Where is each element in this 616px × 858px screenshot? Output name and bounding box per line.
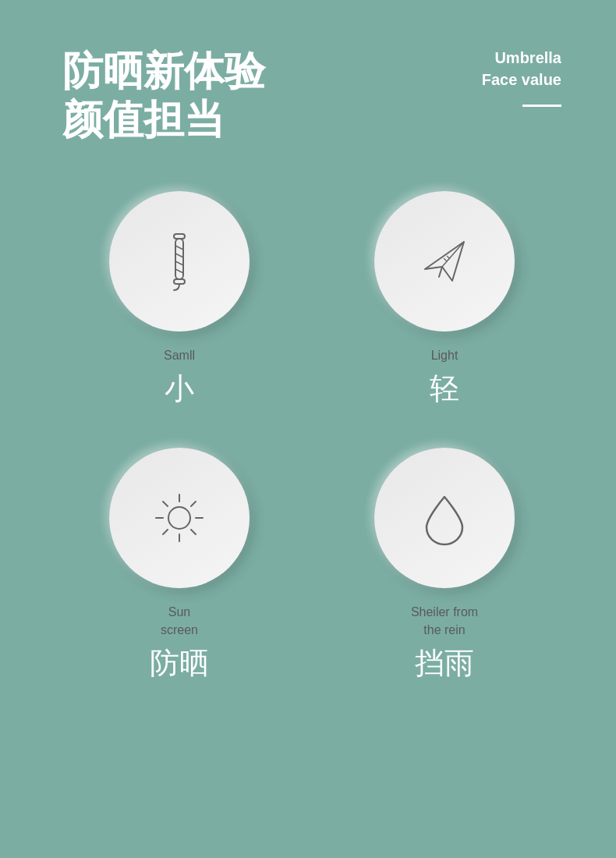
svg-line-8 (447, 256, 450, 259)
features-grid: Samll 小 Light 轻 (62, 191, 561, 683)
feature-item-rain: Sheiler fromthe rein 挡雨 (327, 448, 561, 683)
svg-line-5 (175, 269, 183, 273)
title-line1: 防晒新体验 (62, 47, 265, 95)
svg-point-10 (168, 507, 190, 529)
icon-circle-sunscreen (109, 448, 250, 588)
feature-item-light: Light 轻 (327, 191, 561, 409)
subtitle-text: Umbrella Face value (482, 47, 561, 90)
feature-label-cn-sunscreen: 防晒 (150, 644, 209, 683)
feature-label-en-light: Light (431, 347, 458, 364)
divider-line (522, 105, 561, 107)
barber-pole-icon (144, 226, 214, 296)
feature-label-cn-light: 轻 (430, 369, 459, 409)
svg-line-2 (175, 246, 183, 250)
water-drop-icon (409, 483, 480, 553)
title-line2: 颜值担当 (62, 95, 265, 144)
icon-circle-rain (374, 448, 515, 588)
feature-item-small: Samll 小 (62, 191, 296, 409)
feature-label-cn-small: 小 (165, 369, 194, 409)
svg-line-15 (163, 502, 168, 506)
main-title: 防晒新体验 颜值担当 (62, 47, 265, 144)
subtitle-area: Umbrella Face value (482, 47, 561, 107)
icon-circle-small (109, 191, 250, 332)
svg-line-4 (175, 261, 183, 265)
paper-plane-icon (409, 226, 480, 296)
feature-label-en-rain: Sheiler fromthe rein (411, 604, 478, 639)
feature-item-sunscreen: Sunscreen 防晒 (62, 448, 296, 683)
sun-icon (144, 483, 214, 553)
svg-line-3 (175, 254, 183, 257)
svg-rect-1 (175, 239, 183, 279)
header-area: 防晒新体验 颜值担当 Umbrella Face value (62, 47, 561, 144)
svg-line-18 (163, 530, 168, 534)
page-container: 防晒新体验 颜值担当 Umbrella Face value (0, 0, 616, 858)
icon-circle-light (374, 191, 515, 332)
svg-line-17 (191, 502, 196, 506)
feature-label-en-small: Samll (164, 347, 195, 364)
feature-label-en-sunscreen: Sunscreen (161, 604, 198, 639)
feature-label-cn-rain: 挡雨 (415, 644, 474, 683)
svg-line-9 (444, 258, 447, 261)
svg-line-16 (191, 530, 196, 534)
